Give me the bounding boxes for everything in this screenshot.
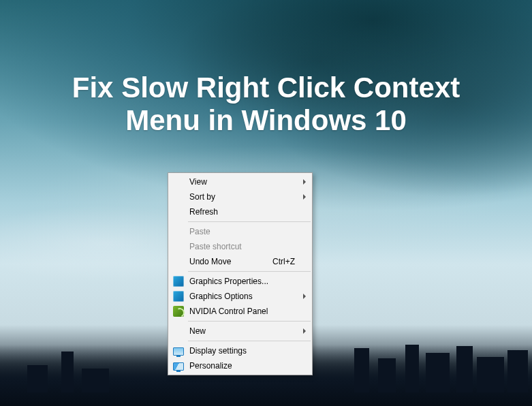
submenu-arrow-icon: [303, 179, 306, 185]
menu-item-undo-move[interactable]: Undo Move Ctrl+Z: [169, 254, 311, 269]
menu-label: NVIDIA Control Panel: [189, 307, 295, 316]
nvidia-icon: [173, 306, 184, 317]
title-line-1: Fix Slow Right Click Context: [72, 72, 460, 104]
desktop-context-menu: View Sort by Refresh Paste Paste shortcu…: [168, 172, 313, 375]
submenu-arrow-icon: [303, 194, 306, 200]
display-settings-icon: [173, 345, 184, 356]
menu-item-paste: Paste: [169, 224, 311, 239]
menu-separator: [188, 221, 311, 222]
menu-label: Undo Move: [189, 257, 272, 266]
menu-label: Refresh: [189, 207, 295, 217]
menu-item-display-settings[interactable]: Display settings: [169, 343, 311, 358]
title-line-2: Menu in Windows 10: [125, 104, 407, 136]
menu-item-new[interactable]: New: [169, 324, 311, 339]
submenu-arrow-icon: [303, 328, 306, 334]
menu-label: Paste shortcut: [189, 242, 295, 251]
menu-separator: [188, 341, 311, 341]
menu-item-graphics-options[interactable]: Graphics Options: [169, 289, 311, 304]
menu-label: Sort by: [189, 192, 295, 202]
intel-graphics-icon: [173, 291, 184, 302]
menu-separator: [188, 321, 311, 322]
menu-label: View: [189, 177, 295, 187]
intel-graphics-icon: [173, 276, 184, 287]
submenu-arrow-icon: [303, 294, 306, 299]
menu-item-paste-shortcut: Paste shortcut: [169, 239, 311, 254]
menu-label: Paste: [189, 227, 295, 236]
menu-shortcut: Ctrl+Z: [272, 257, 295, 266]
menu-item-graphics-properties[interactable]: Graphics Properties...: [169, 274, 311, 289]
menu-item-view[interactable]: View: [169, 174, 311, 189]
menu-item-refresh[interactable]: Refresh: [169, 204, 311, 219]
menu-label: Personalize: [189, 361, 295, 371]
page-title: Fix Slow Right Click Context Menu in Win…: [0, 72, 532, 138]
menu-item-sort-by[interactable]: Sort by: [169, 189, 311, 204]
menu-label: Graphics Options: [189, 292, 295, 301]
menu-label: New: [189, 326, 295, 336]
personalize-icon: [173, 360, 184, 371]
menu-label: Display settings: [189, 346, 295, 356]
menu-item-nvidia-control-panel[interactable]: NVIDIA Control Panel: [169, 304, 311, 319]
menu-item-personalize[interactable]: Personalize: [169, 358, 311, 373]
menu-separator: [188, 271, 311, 272]
menu-label: Graphics Properties...: [189, 277, 295, 286]
